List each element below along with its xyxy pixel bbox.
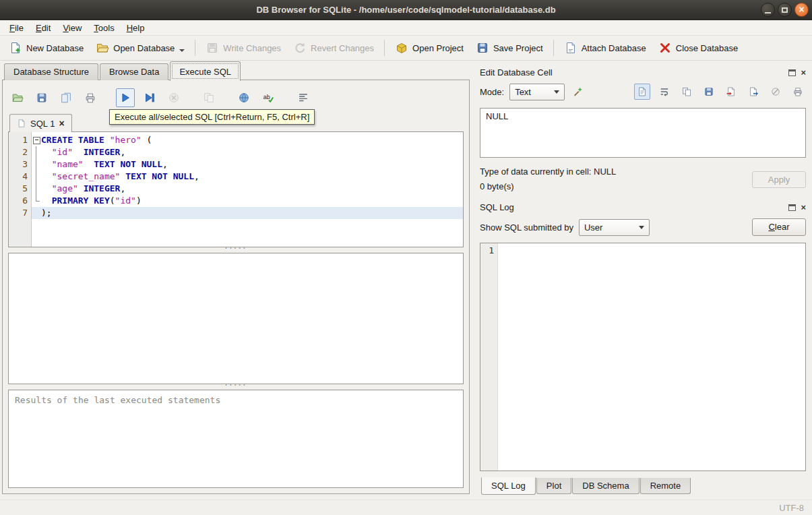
dock-tab-sql-log[interactable]: SQL Log: [481, 477, 536, 495]
sql-tab[interactable]: SQL 1: [9, 114, 72, 132]
svg-text:ab: ab: [263, 94, 270, 100]
clear-button[interactable]: Clear: [752, 218, 806, 236]
print-icon: [84, 92, 96, 104]
line-number: 2: [9, 146, 31, 158]
sql-log-header: SQL Log: [480, 200, 806, 214]
open-project-icon: [395, 41, 408, 55]
sql-token: ,: [162, 158, 168, 171]
spell-check-button[interactable]: ab: [259, 88, 278, 107]
fold-marker-none: [32, 207, 41, 219]
spell-check-icon: ab: [262, 92, 274, 104]
log-filter-combobox[interactable]: User: [579, 219, 650, 236]
tab-browse-data[interactable]: Browse Data: [100, 63, 168, 80]
apply-button[interactable]: Apply: [752, 171, 806, 188]
sql-log-header-icons: [788, 202, 806, 212]
code-line[interactable]: "secret_name" TEXT NOT NULL,: [32, 171, 463, 183]
copy-button[interactable]: [679, 84, 695, 100]
text-document-button[interactable]: [634, 84, 650, 100]
close-icon: [799, 5, 804, 15]
save-sql-file-as-button[interactable]: [57, 88, 75, 107]
export-button[interactable]: [745, 84, 761, 100]
code-line[interactable]: CREATE TABLE "hero" (: [32, 134, 463, 146]
dock-float-icon[interactable]: [788, 69, 796, 76]
menu-edit[interactable]: Edit: [30, 22, 57, 34]
fold-marker-minus[interactable]: [32, 134, 41, 146]
attach-database-button[interactable]: Attach Database: [559, 38, 652, 58]
encoding-label: UTF-8: [779, 503, 804, 513]
splitter-grid-messages[interactable]: [8, 384, 464, 390]
attach-database-icon: [564, 41, 577, 55]
toolbar-separator: [195, 40, 195, 56]
splitter-editor-grid[interactable]: [8, 247, 464, 253]
code-line[interactable]: "name" TEXT NOT NULL,: [32, 158, 463, 171]
mode-combobox[interactable]: Text: [509, 84, 565, 100]
edit-cell-controls: Mode: Text: [480, 81, 806, 102]
line-number: 5: [9, 183, 31, 195]
sql-token: TEXT NOT NULL: [125, 171, 194, 183]
cell-editor[interactable]: NULL: [480, 108, 806, 158]
open-database-label: Open Database: [113, 43, 175, 53]
execute-current-line-button[interactable]: [140, 88, 159, 107]
sql-token: ,: [120, 183, 125, 195]
save-cell-button[interactable]: [701, 84, 717, 100]
save-project-button[interactable]: Save Project: [470, 38, 549, 58]
dock-tab-remote[interactable]: Remote: [640, 478, 691, 494]
print-button[interactable]: [81, 88, 100, 107]
open-database-button[interactable]: Open Database: [90, 38, 190, 58]
menu-tools[interactable]: Tools: [88, 22, 120, 34]
auto-switch-mode-button[interactable]: [570, 84, 586, 100]
cell-value: NULL: [486, 111, 508, 121]
sql-token: [41, 158, 52, 171]
main-tabbar: Database StructureBrowse DataExecute SQL: [0, 61, 474, 80]
minimize-button[interactable]: [761, 3, 775, 17]
execute-all-button[interactable]: [116, 88, 135, 107]
menu-help[interactable]: Help: [121, 22, 151, 34]
open-project-button[interactable]: Open Project: [389, 38, 469, 58]
globe-icon: [238, 92, 250, 104]
code-line[interactable]: );: [32, 207, 463, 219]
close-window-button[interactable]: [794, 3, 809, 17]
sql-editor[interactable]: 1234567 CREATE TABLE "hero" ( "id" INTEG…: [8, 131, 464, 247]
dock-tab-db-schema[interactable]: DB Schema: [572, 478, 639, 494]
sql-log-controls: Show SQL submitted by User Clear: [480, 216, 806, 239]
sql-log-view[interactable]: 1: [480, 243, 806, 471]
cell-size-info: 0 byte(s): [480, 179, 616, 194]
menu-file[interactable]: File: [3, 22, 30, 34]
maximize-button[interactable]: [778, 3, 792, 17]
dock-close-icon[interactable]: [801, 202, 806, 212]
open-sql-file-button[interactable]: [8, 88, 27, 107]
format-sql-button[interactable]: [294, 88, 313, 107]
tab-execute-sql[interactable]: Execute SQL: [170, 61, 241, 81]
right-dock: Edit Database Cell Mode: Text NULL Type …: [474, 61, 812, 499]
code-line[interactable]: "age" INTEGER,: [32, 183, 463, 195]
menu-view[interactable]: View: [57, 22, 88, 34]
sql-token: ): [136, 195, 142, 207]
set-null-button[interactable]: [768, 84, 784, 100]
save-sql-file-as-icon: [60, 92, 72, 104]
minimize-icon: [765, 12, 771, 13]
line-number: 3: [9, 158, 31, 171]
sql-token: INTEGER: [84, 146, 121, 158]
tab-database-structure[interactable]: Database Structure: [4, 63, 98, 80]
code-line[interactable]: PRIMARY KEY("id"): [32, 195, 463, 207]
fold-marker-line: [32, 171, 41, 183]
open-database-dropdown-icon[interactable]: [179, 49, 185, 52]
dock-float-icon[interactable]: [788, 204, 796, 211]
word-wrap-button[interactable]: [656, 84, 673, 100]
titlebar[interactable]: DB Browser for SQLite - /home/user/code/…: [0, 0, 812, 20]
editor-code-area[interactable]: CREATE TABLE "hero" ( "id" INTEGER, "nam…: [32, 132, 463, 247]
globe-button[interactable]: [235, 88, 253, 107]
import-button[interactable]: [723, 84, 739, 100]
chevron-down-icon: [639, 226, 644, 229]
code-line[interactable]: "id" INTEGER,: [32, 146, 463, 158]
sql-tab-document-icon: [17, 119, 26, 128]
sql-token: ,: [194, 171, 199, 183]
save-sql-file-button[interactable]: [32, 88, 51, 107]
dock-close-icon[interactable]: [801, 67, 806, 78]
sql-tab-close-icon[interactable]: [59, 119, 64, 129]
new-database-button[interactable]: New Database: [3, 38, 89, 58]
close-database-button[interactable]: Close Database: [653, 38, 744, 58]
dock-tab-plot[interactable]: Plot: [536, 478, 571, 494]
print-button[interactable]: [790, 84, 806, 100]
mode-label: Mode:: [480, 87, 504, 97]
